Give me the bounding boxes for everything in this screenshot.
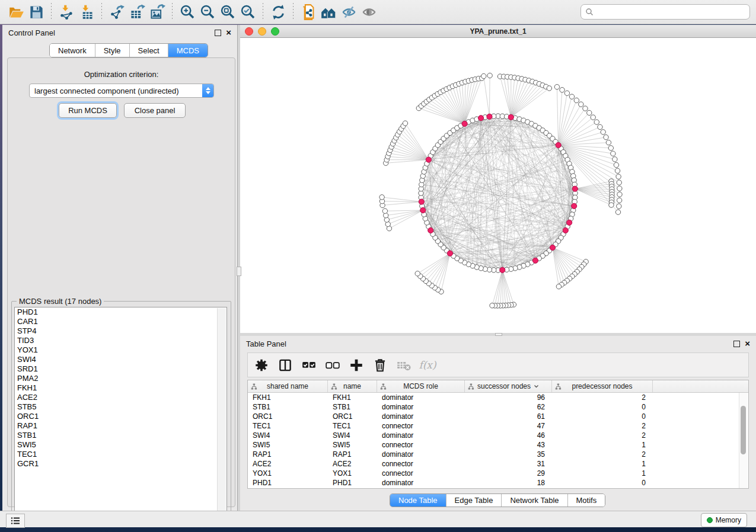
leaf-node[interactable]	[574, 98, 579, 102]
leaf-node[interactable]	[379, 195, 384, 200]
leaf-node[interactable]	[556, 284, 561, 289]
import-table-icon[interactable]	[76, 2, 97, 21]
mcds-node[interactable]	[420, 207, 426, 213]
leaf-node[interactable]	[611, 151, 615, 156]
column-header-name[interactable]: name	[328, 380, 377, 392]
mcds-node[interactable]	[487, 114, 492, 119]
tab-mcds[interactable]: MCDS	[168, 44, 208, 57]
table-row[interactable]: TEC1TEC1connector472	[248, 421, 748, 431]
search-box[interactable]	[580, 4, 750, 20]
mcds-list-scrollbar[interactable]	[217, 308, 226, 516]
leaf-node[interactable]	[554, 85, 559, 89]
tab-motifs[interactable]: Motifs	[568, 494, 605, 507]
mcds-node[interactable]	[550, 245, 555, 250]
mcds-result-item[interactable]: TID3	[15, 336, 227, 345]
mcds-node[interactable]	[572, 186, 578, 191]
leaf-node[interactable]	[547, 86, 551, 91]
leaf-node[interactable]	[614, 162, 618, 167]
mcds-result-item[interactable]: GCR1	[15, 459, 227, 469]
criterion-dropdown[interactable]: largest connected component (undirected)	[29, 84, 214, 98]
task-history-button[interactable]	[6, 514, 25, 528]
leaf-node[interactable]	[560, 88, 564, 92]
leaf-node[interactable]	[587, 110, 592, 115]
leaf-node[interactable]	[487, 73, 492, 78]
leaf-node[interactable]	[617, 204, 621, 209]
leaf-node[interactable]	[598, 124, 602, 129]
add-column-icon[interactable]	[349, 357, 364, 373]
mcds-result-item[interactable]: SWI5	[15, 440, 227, 450]
leaf-node[interactable]	[594, 120, 599, 124]
export-image-icon[interactable]	[147, 2, 167, 21]
leaf-node[interactable]	[591, 115, 595, 120]
run-mcds-button[interactable]: Run MCDS	[59, 103, 117, 118]
float-table-panel-icon[interactable]	[733, 341, 740, 347]
mcds-node[interactable]	[419, 199, 424, 204]
leaf-node[interactable]	[481, 73, 486, 78]
leaf-node[interactable]	[564, 91, 569, 95]
show-visual-icon[interactable]	[359, 2, 379, 21]
tab-network[interactable]: Network	[50, 44, 95, 57]
table-scrollbar[interactable]	[739, 393, 748, 488]
mcds-node[interactable]	[462, 121, 467, 126]
zoom-selected-icon[interactable]	[238, 2, 258, 21]
memory-button[interactable]: Memory	[701, 513, 747, 527]
table-row[interactable]: STB1STB1dominator620	[248, 402, 748, 412]
network-window-titlebar[interactable]: YPA_prune.txt_1	[240, 25, 756, 38]
leaf-node[interactable]	[384, 213, 388, 217]
mcds-result-item[interactable]: ACE2	[15, 393, 227, 402]
mcds-node[interactable]	[556, 142, 561, 148]
table-row[interactable]: YOX1YOX1connector291	[248, 469, 748, 478]
leaf-node[interactable]	[617, 180, 621, 185]
close-table-panel-icon[interactable]: ×	[745, 341, 750, 347]
search-input[interactable]	[594, 5, 749, 18]
table-row[interactable]: PHD1PHD1dominator180	[248, 478, 748, 488]
select-all-checks-icon[interactable]	[301, 357, 317, 373]
leaf-node[interactable]	[604, 134, 608, 139]
mcds-result-item[interactable]: SWI4	[15, 355, 227, 364]
mcds-result-item[interactable]: FKH1	[15, 383, 227, 393]
open-file-icon[interactable]	[6, 2, 26, 21]
close-panel-icon[interactable]: ×	[226, 30, 231, 36]
mcds-node[interactable]	[532, 258, 538, 263]
leaf-node[interactable]	[403, 121, 407, 126]
table-row[interactable]: SWI5SWI5connector431	[248, 440, 748, 450]
leaf-node[interactable]	[608, 146, 613, 150]
zoom-in-icon[interactable]	[177, 2, 197, 21]
mcds-node[interactable]	[428, 227, 433, 233]
leaf-node[interactable]	[616, 174, 621, 179]
mcds-result-item[interactable]: PMA2	[15, 374, 227, 383]
leaf-node[interactable]	[609, 203, 614, 207]
table-row[interactable]: RAP1RAP1dominator352	[248, 450, 748, 459]
leaf-node[interactable]	[583, 106, 588, 111]
mcds-result-item[interactable]: PHD1	[15, 307, 227, 317]
leaf-node[interactable]	[606, 140, 611, 145]
mcds-node[interactable]	[500, 267, 505, 273]
column-header-predecessor-nodes[interactable]: predecessor nodes	[552, 380, 653, 392]
leaf-node[interactable]	[615, 210, 620, 214]
export-table-icon[interactable]	[127, 2, 147, 21]
delete-column-icon[interactable]	[372, 357, 388, 373]
table-row[interactable]: SWI4SWI4dominator462	[248, 431, 748, 440]
home-networks-icon[interactable]	[318, 2, 339, 21]
show-columns-icon[interactable]	[277, 357, 293, 373]
close-panel-button[interactable]: Close panel	[124, 103, 186, 118]
mcds-result-list[interactable]: PHD1CAR1STP4TID3YOX1SWI4SRD1PMA2FKH1ACE2…	[14, 307, 227, 517]
mcds-result-item[interactable]: STB1	[15, 431, 227, 440]
share-network-icon[interactable]	[298, 2, 318, 21]
import-network-icon[interactable]	[56, 2, 76, 21]
mcds-result-item[interactable]: TEC1	[15, 450, 227, 459]
tab-node-table[interactable]: Node Table	[390, 494, 446, 507]
mcds-result-item[interactable]: STB5	[15, 402, 227, 412]
mcds-result-item[interactable]: CAR1	[15, 317, 227, 326]
network-graph-canvas[interactable]	[240, 38, 756, 334]
mcds-node[interactable]	[567, 220, 572, 225]
node-table[interactable]: shared namenameMCDS rolesuccessor nodesp…	[247, 380, 749, 489]
mcds-node[interactable]	[478, 116, 483, 121]
mcds-node[interactable]	[447, 251, 452, 256]
tab-network-table[interactable]: Network Table	[502, 494, 567, 507]
mcds-result-item[interactable]: SRD1	[15, 364, 227, 374]
hide-visual-icon[interactable]	[339, 2, 359, 21]
mcds-result-item[interactable]: YOX1	[15, 345, 227, 355]
clear-all-checks-icon[interactable]	[325, 357, 340, 373]
mcds-result-item[interactable]: ORC1	[15, 412, 227, 421]
